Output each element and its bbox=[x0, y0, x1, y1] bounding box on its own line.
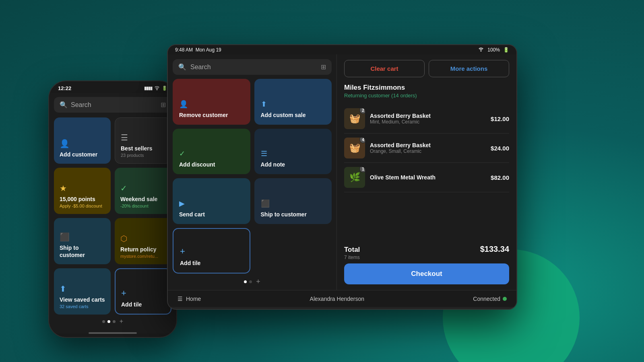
tablet-actions-bar: Clear cart More actions bbox=[344, 60, 509, 77]
phone-notch bbox=[87, 81, 139, 93]
item-3-image: 🌿 1 bbox=[344, 167, 365, 188]
cart-total-section: Total 7 items $133.34 bbox=[344, 239, 509, 263]
ship-icon: ⬛ bbox=[60, 232, 105, 242]
clear-cart-button[interactable]: Clear cart bbox=[344, 60, 425, 77]
tablet-battery: 100% bbox=[487, 47, 500, 53]
phone-add-page[interactable]: + bbox=[120, 318, 123, 325]
add-tile-label: Add tile bbox=[121, 301, 165, 308]
weekend-sale-icon: ✓ bbox=[120, 183, 166, 193]
item-1-image: 🧺 2 bbox=[344, 108, 365, 129]
total-left: Total 7 items bbox=[344, 246, 360, 260]
tablet-dot-1[interactable] bbox=[244, 280, 247, 283]
add-note-icon: ☰ bbox=[261, 149, 326, 158]
tablet-add-page-button[interactable]: + bbox=[256, 278, 260, 286]
item-2-desc: Orange, Small, Ceramic bbox=[370, 148, 486, 154]
nav-home[interactable]: ☰ Home bbox=[178, 296, 201, 302]
add-tile-icon: + bbox=[121, 288, 165, 298]
tablet-left-panel: 🔍 Search ⊞ 👤 Remove customer ⬆ Add custo… bbox=[168, 54, 337, 290]
add-discount-label: Add discount bbox=[179, 161, 244, 168]
customer-name: Miles Fitzsimmons bbox=[344, 84, 509, 92]
tile-ship-to-customer[interactable]: ⬛ Ship to customer bbox=[54, 218, 111, 264]
tablet-search-icon: 🔍 bbox=[178, 63, 186, 71]
phone-wifi-icon bbox=[154, 85, 160, 91]
tile-return-policy[interactable]: ⬡ Return policy mystore.com/retu... bbox=[115, 218, 171, 264]
home-label: Home bbox=[186, 296, 201, 302]
tablet-status-bar: 9:48 AM Mon Aug 19 100% 🔋 bbox=[168, 45, 516, 54]
cart-item-2: 🧺 4 Assorted Berry Basket Orange, Small,… bbox=[344, 134, 509, 163]
saved-carts-label: View saved carts bbox=[60, 296, 105, 303]
phone-time: 12:22 bbox=[58, 85, 71, 91]
ship-to-customer-label: Ship to customer bbox=[60, 244, 105, 259]
cart-item-1: 🧺 2 Assorted Berry Basket Mint, Medium, … bbox=[344, 104, 509, 134]
phone-search-input[interactable]: Search bbox=[71, 101, 157, 109]
connected-dot bbox=[503, 297, 507, 301]
add-discount-icon: ✓ bbox=[179, 149, 244, 158]
send-cart-label: Send cart bbox=[179, 211, 244, 218]
item-1-name: Assorted Berry Basket bbox=[370, 113, 486, 119]
tablet-dot-2[interactable] bbox=[249, 280, 252, 283]
nav-connected-status: Connected bbox=[473, 296, 507, 302]
item-1-price: $12.00 bbox=[491, 115, 509, 122]
add-custom-sale-label: Add custom sale bbox=[261, 112, 326, 118]
phone-battery-icon: 🔋 bbox=[162, 86, 167, 91]
search-icon: 🔍 bbox=[60, 101, 68, 109]
add-custom-sale-icon: ⬆ bbox=[261, 100, 326, 109]
total-items-count: 7 items bbox=[344, 255, 360, 260]
points-label: 15,000 points bbox=[60, 195, 105, 203]
connected-label: Connected bbox=[473, 296, 500, 302]
cart-items-list: 🧺 2 Assorted Berry Basket Mint, Medium, … bbox=[344, 104, 509, 239]
tile-add-customer[interactable]: 👤 Add customer bbox=[54, 117, 111, 164]
tile-weekend-sale[interactable]: ✓ Weekend sale -20% discount bbox=[115, 168, 171, 214]
best-sellers-sublabel: 23 products bbox=[121, 153, 165, 158]
tablet-battery-icon: 🔋 bbox=[503, 47, 509, 53]
phone-home-bar bbox=[89, 332, 137, 334]
item-2-name: Assorted Berry Basket bbox=[370, 142, 486, 148]
points-icon: ★ bbox=[60, 183, 105, 193]
phone-content: 🔍 Search ⊞ 👤 Add customer ☰ Best sellers… bbox=[49, 93, 176, 333]
cart-item-3: 🌿 1 Olive Stem Metal Wreath $82.00 bbox=[344, 163, 509, 192]
tile-best-sellers[interactable]: ☰ Best sellers 23 products bbox=[115, 117, 171, 164]
points-sublabel: Apply -$5.00 discount bbox=[60, 204, 105, 208]
add-customer-label: Add customer bbox=[60, 151, 105, 158]
ship-to-customer-label-tablet: Ship to customer bbox=[261, 211, 326, 218]
tablet-search-input[interactable]: Search bbox=[190, 64, 317, 71]
send-cart-icon: ▶ bbox=[179, 199, 244, 208]
saved-carts-sublabel: 32 saved carts bbox=[60, 304, 105, 309]
tile-15000-points[interactable]: ★ 15,000 points Apply -$5.00 discount bbox=[54, 168, 111, 214]
phone-device: 12:22 ▮▮▮▮ 🔋 🔍 Search ⊞ 👤 Add customer ☰ bbox=[48, 80, 177, 338]
tablet-page-dots: + bbox=[168, 274, 336, 290]
tile-send-cart[interactable]: ▶ Send cart bbox=[173, 178, 250, 224]
item-3-info: Olive Stem Metal Wreath bbox=[370, 174, 486, 181]
customer-info: Miles Fitzsimmons Returning customer (14… bbox=[344, 84, 509, 104]
tile-add-discount[interactable]: ✓ Add discount bbox=[173, 129, 250, 175]
add-customer-icon: 👤 bbox=[60, 139, 105, 148]
tile-add-tile-tablet[interactable]: + Add tile bbox=[173, 228, 250, 274]
tablet-time: 9:48 AM Mon Aug 19 bbox=[175, 47, 221, 53]
add-tile-tablet-label: Add tile bbox=[180, 260, 243, 266]
tile-add-custom-sale[interactable]: ⬆ Add custom sale bbox=[254, 79, 332, 125]
tile-add-note[interactable]: ☰ Add note bbox=[254, 129, 332, 175]
tile-view-saved-carts[interactable]: ⬆ View saved carts 32 saved carts bbox=[54, 268, 111, 315]
tile-remove-customer[interactable]: 👤 Remove customer bbox=[173, 79, 250, 125]
weekend-sale-label: Weekend sale bbox=[120, 195, 166, 203]
dot-2[interactable] bbox=[107, 320, 110, 323]
more-actions-button[interactable]: More actions bbox=[429, 60, 509, 77]
item-3-price: $82.00 bbox=[491, 174, 509, 181]
dot-1[interactable] bbox=[102, 320, 105, 323]
add-note-label: Add note bbox=[261, 161, 326, 168]
item-2-info: Assorted Berry Basket Orange, Small, Cer… bbox=[370, 142, 486, 154]
tablet-search-bar[interactable]: 🔍 Search ⊞ bbox=[173, 59, 332, 75]
phone-search-bar[interactable]: 🔍 Search ⊞ bbox=[54, 97, 171, 113]
phone-tiles-grid: 👤 Add customer ☰ Best sellers 23 product… bbox=[54, 117, 171, 315]
weekend-sale-sublabel: -20% discount bbox=[120, 204, 166, 208]
checkout-button[interactable]: Checkout bbox=[344, 263, 509, 284]
best-sellers-label: Best sellers bbox=[121, 145, 165, 152]
remove-customer-icon: 👤 bbox=[179, 100, 244, 109]
tablet-grid-icon: ⊞ bbox=[321, 63, 326, 71]
phone-page-dots: + bbox=[54, 315, 171, 327]
hamburger-icon: ☰ bbox=[178, 296, 183, 302]
return-policy-sublabel: mystore.com/retu... bbox=[120, 254, 166, 259]
tile-ship-to-customer-tablet[interactable]: ⬛ Ship to customer bbox=[254, 178, 332, 224]
dot-3[interactable] bbox=[113, 320, 116, 323]
tile-add-tile-phone[interactable]: + Add tile bbox=[115, 268, 171, 315]
